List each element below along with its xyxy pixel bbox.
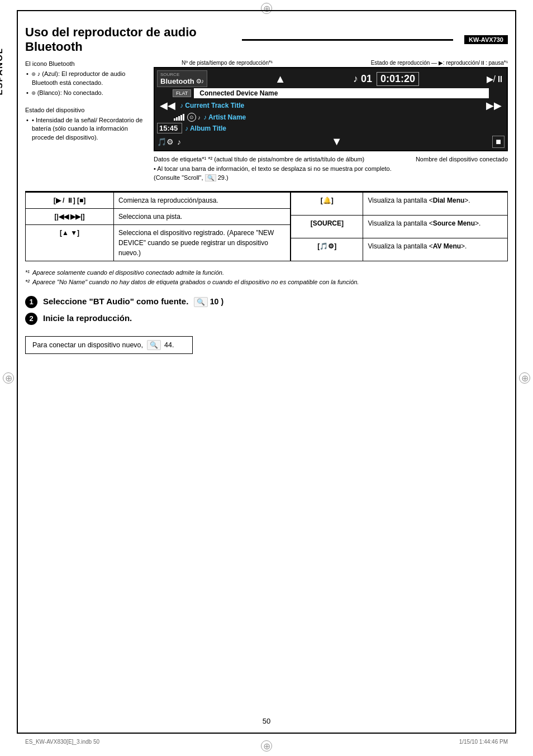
bt-icon-small: ♪ xyxy=(198,114,201,121)
left-description-col: El icono Bluetooth ⊙ ♪ (Azul): El reprod… xyxy=(25,60,148,183)
step-1: 1 Seleccione "BT Audio" como fuente. 🔍 1… xyxy=(25,296,508,308)
step-1-page-icon: 🔍 xyxy=(194,297,208,307)
step-2-circle: 2 xyxy=(25,313,37,325)
track-time-area: ♪ 01 0:01:20 xyxy=(353,72,419,86)
nav-down-btn[interactable]: ▼ xyxy=(331,135,342,148)
section-header: Uso del reproductor de audio Bluetooth K… xyxy=(25,25,508,54)
footnote-1-text: Aparece solamente cuando el dispositivo … xyxy=(32,268,224,278)
step-1-paren-close: ) xyxy=(221,297,223,306)
display-row-2: FLAT Connected Device Name xyxy=(157,88,505,98)
prev-track-btn[interactable]: ◀◀ xyxy=(157,99,178,112)
desc-cell: Visualiza la pantalla <Source Menu>. xyxy=(363,215,508,238)
page-border-left xyxy=(17,10,18,734)
display-row-4: ⊙ ♪ ♪ Artist Name xyxy=(157,113,505,122)
footnotes-section: *¹ Aparece solamente cuando el dispositi… xyxy=(25,268,508,288)
section-title: Uso del reproductor de audio Bluetooth xyxy=(25,25,236,54)
play-pause-display[interactable]: ▶/⏸ xyxy=(487,74,505,84)
bottom-left-icons: 🎵⚙ ♪ xyxy=(157,137,181,146)
step-2: 2 Inicie la reproducción. xyxy=(25,313,508,325)
footnote-2: *² Aparece "No Name" cuando no hay datos… xyxy=(25,277,508,288)
info-box-page-ref: 44. xyxy=(164,341,174,349)
table-row: [SOURCE] Visualiza la pantalla <Source M… xyxy=(291,215,508,238)
step-1-circle: 1 xyxy=(25,296,37,308)
footer-right: 1/15/10 1:44:46 PM xyxy=(459,739,508,745)
feature-table-left: [▶ / ⏸] [■] Comienza la reproducción/pau… xyxy=(25,192,291,261)
footnote-2-text: Aparece "No Name" cuando no hay datos de… xyxy=(32,277,359,288)
artist-name-display: ♪ Artist Name xyxy=(203,113,505,121)
album-title-display: ♪ Album Title xyxy=(185,125,505,132)
footer-left: ES_KW-AVX830[E]_3.indb 50 xyxy=(25,739,99,745)
next-track-btn[interactable]: ▶▶ xyxy=(483,99,505,112)
info-box-text: Para conectar un dispositivo nuevo, xyxy=(32,341,143,349)
key-cell: [▲ ▼] xyxy=(26,224,114,261)
scroll-note: • Al tocar una barra de información, el … xyxy=(154,165,392,181)
stop-btn[interactable]: ■ xyxy=(492,136,505,148)
track-number: ♪ 01 xyxy=(353,73,372,85)
track-title-display: ♪ Current Track Title xyxy=(178,102,483,109)
right-display-col: Nº de pista/tiempo de reproducción*¹ Est… xyxy=(154,60,508,183)
info-box: Para conectar un dispositivo nuevo, 🔍 44… xyxy=(25,336,193,354)
tag-data-info: Datos de etiqueta*¹ *² (actual título de… xyxy=(154,155,410,183)
table-row: [▲ ▼] Selecciona el dispositivo registra… xyxy=(26,224,291,261)
registration-mark-top xyxy=(261,3,272,14)
desc-cell: Selecciona una pista. xyxy=(114,208,291,224)
info-box-icon: 🔍 xyxy=(147,340,161,350)
steps-section: 1 Seleccione "BT Audio" como fuente. 🔍 1… xyxy=(25,296,508,325)
table-row: [🔔] Visualiza la pantalla <Dial Menu>. xyxy=(291,192,508,215)
source-value: Bluetooth ⊙♪ xyxy=(160,77,204,85)
music-icon[interactable]: ♪ xyxy=(177,137,181,146)
language-sidebar: ESPAÑOL xyxy=(0,45,5,98)
desc-cell: Visualiza la pantalla <Dial Menu>. xyxy=(363,192,508,215)
registration-mark-left xyxy=(3,372,14,384)
key-cell: [▶ / ⏸] [■] xyxy=(26,192,114,208)
key-cell: [🔔] xyxy=(291,192,363,215)
display-row-3: ◀◀ ♪ Current Track Title ▶▶ xyxy=(157,99,505,112)
page-border-right xyxy=(515,10,516,734)
footnote-2-mark: *² xyxy=(25,277,30,288)
model-badge: KW-AVX730 xyxy=(464,35,508,44)
desc-cell: Visualiza la pantalla <AV Menu>. xyxy=(363,238,508,261)
scroll-page-ref: 29.) xyxy=(218,174,229,181)
scroll-page-icon: 🔍 xyxy=(205,174,216,181)
music-settings-icon[interactable]: 🎵⚙ xyxy=(157,137,174,146)
bluetooth-blue-desc: ⊙ ♪ (Azul): El reproductor de audio Blue… xyxy=(25,70,148,87)
footer-info: ES_KW-AVX830[E]_3.indb 50 1/15/10 1:44:4… xyxy=(25,739,508,745)
playback-state-annotation: Estado de reproducción — ▶: reproducción… xyxy=(371,60,508,66)
key-cell: [SOURCE] xyxy=(291,215,363,238)
tag-data-label: Datos de etiqueta*¹ *² (actual título de… xyxy=(154,156,364,162)
time-display: 0:01:20 xyxy=(377,72,419,86)
device-state-label: Estado del dispositivo xyxy=(25,106,148,114)
track-time-annotation: Nº de pista/tiempo de reproducción*¹ xyxy=(182,60,273,66)
key-cell: [🎵⚙] xyxy=(291,238,363,261)
connected-device-note: Nombre del dispositivo conectado xyxy=(416,155,508,183)
display-row-1: SOURCE Bluetooth ⊙♪ ▲ ♪ 01 0:01:20 ▶/⏸ xyxy=(157,70,505,87)
page-border-bottom xyxy=(17,733,516,734)
footnote-1: *¹ Aparece solamente cuando el dispositi… xyxy=(25,268,508,278)
signal-bars xyxy=(174,114,184,121)
key-cell: [|◀◀ ▶▶|] xyxy=(26,208,114,224)
registration-mark-right xyxy=(519,372,530,384)
below-display-info: Datos de etiqueta*¹ *² (actual título de… xyxy=(154,155,508,183)
step-1-page-ref: 10 xyxy=(210,297,219,306)
page-border-top xyxy=(17,10,516,11)
desc-cell: Comienza la reproducción/pausa. xyxy=(114,192,291,208)
step-1-text: Seleccione "BT Audio" como fuente. 🔍 10 … xyxy=(43,296,223,306)
bluetooth-white-desc: ⊙ (Blanco): No conectado. xyxy=(25,89,148,97)
device-name-box: Connected Device Name xyxy=(194,88,489,98)
source-label: SOURCE xyxy=(160,72,179,77)
time-elapsed-display: 15:45 xyxy=(157,123,182,133)
feature-table-section: [▶ / ⏸] [■] Comienza la reproducción/pau… xyxy=(25,191,508,261)
battery-icon: ⊙ xyxy=(187,113,196,122)
bluetooth-icon-label: El icono Bluetooth xyxy=(25,60,148,68)
footnote-1-mark: *¹ xyxy=(25,268,30,278)
display-row-6: 🎵⚙ ♪ ▼ ■ xyxy=(157,135,505,148)
table-row: [🎵⚙] Visualiza la pantalla <AV Menu>. xyxy=(291,238,508,261)
flat-button[interactable]: FLAT xyxy=(173,89,191,97)
table-row: [|◀◀ ▶▶|] Selecciona una pista. xyxy=(26,208,291,224)
feature-table-wrapper: [▶ / ⏸] [■] Comienza la reproducción/pau… xyxy=(25,192,508,261)
signal-desc: • Intensidad de la señal/ Recordatorio d… xyxy=(25,116,148,142)
nav-up-btn[interactable]: ▲ xyxy=(275,73,286,85)
display-row-5: 15:45 ♪ Album Title xyxy=(157,123,505,133)
page-number: 50 xyxy=(263,717,270,725)
feature-table-right: [🔔] Visualiza la pantalla <Dial Menu>. [… xyxy=(291,192,508,261)
